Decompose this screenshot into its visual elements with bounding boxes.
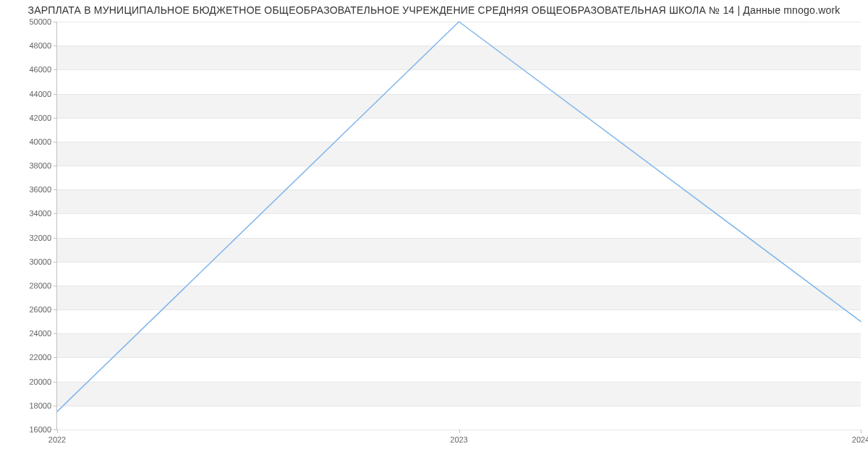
y-axis-tick — [54, 357, 57, 358]
line-series — [57, 22, 861, 430]
y-axis-tick — [54, 213, 57, 214]
y-axis-tick — [54, 69, 57, 70]
y-axis-tick — [54, 46, 57, 46]
y-axis-tick — [54, 238, 57, 239]
y-axis-tick — [54, 22, 57, 22]
chart-container: ЗАРПЛАТА В МУНИЦИПАЛЬНОЕ БЮДЖЕТНОЕ ОБЩЕО… — [0, 0, 868, 470]
x-axis-tick — [459, 430, 460, 433]
y-axis-tick — [54, 333, 57, 334]
y-axis-tick — [54, 286, 57, 286]
y-axis-tick — [54, 189, 57, 190]
y-axis-tick — [54, 382, 57, 383]
y-axis-tick — [54, 262, 57, 262]
y-axis-tick — [54, 118, 57, 119]
y-axis-tick — [54, 142, 57, 142]
chart-title: ЗАРПЛАТА В МУНИЦИПАЛЬНОЕ БЮДЖЕТНОЕ ОБЩЕО… — [0, 4, 868, 16]
x-axis-tick — [57, 430, 58, 433]
series-line — [57, 22, 861, 411]
y-axis-tick — [54, 94, 57, 95]
plot-area: 1600018000200002200024000260002800030000… — [56, 22, 861, 430]
y-axis-tick — [54, 406, 57, 406]
y-axis-tick — [54, 309, 57, 310]
y-axis-tick — [54, 166, 57, 166]
x-axis-label: 2024 — [852, 430, 868, 444]
x-axis-tick — [861, 430, 861, 433]
